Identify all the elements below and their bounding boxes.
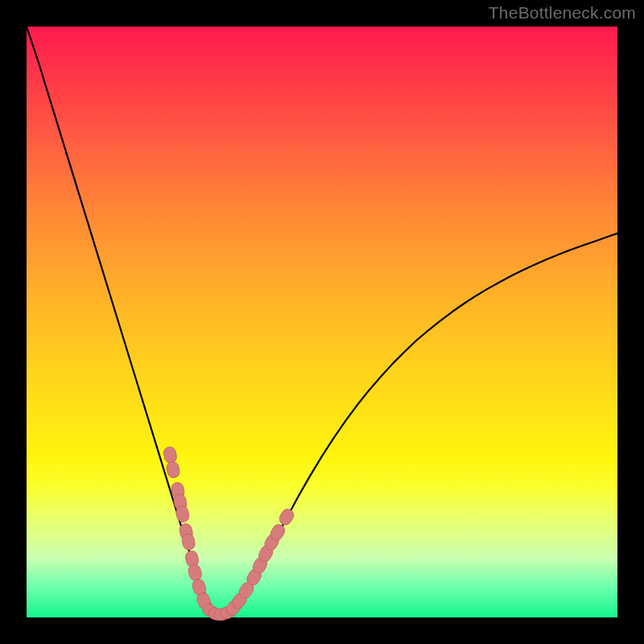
watermark-label: TheBottleneck.com	[489, 3, 636, 23]
plot-area	[27, 27, 617, 617]
chart-frame: TheBottleneck.com	[0, 0, 644, 644]
svg-rect-0	[163, 446, 178, 464]
svg-rect-1	[166, 460, 181, 479]
bottleneck-curve	[27, 27, 617, 617]
svg-rect-23	[277, 507, 295, 527]
